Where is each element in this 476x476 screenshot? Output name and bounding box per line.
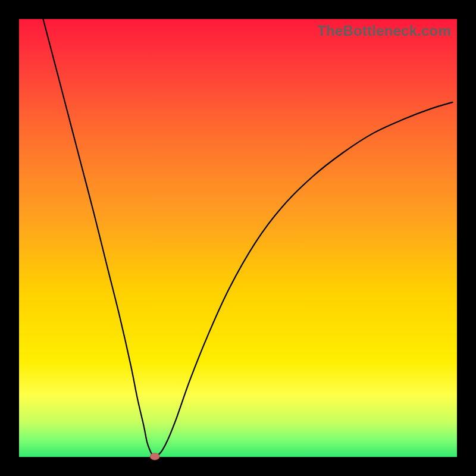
chart-svg	[19, 19, 457, 457]
plot-area: TheBottleneck.com	[19, 19, 457, 457]
bottleneck-curve	[43, 19, 452, 456]
minimum-marker	[150, 453, 159, 460]
frame: TheBottleneck.com	[0, 0, 476, 476]
